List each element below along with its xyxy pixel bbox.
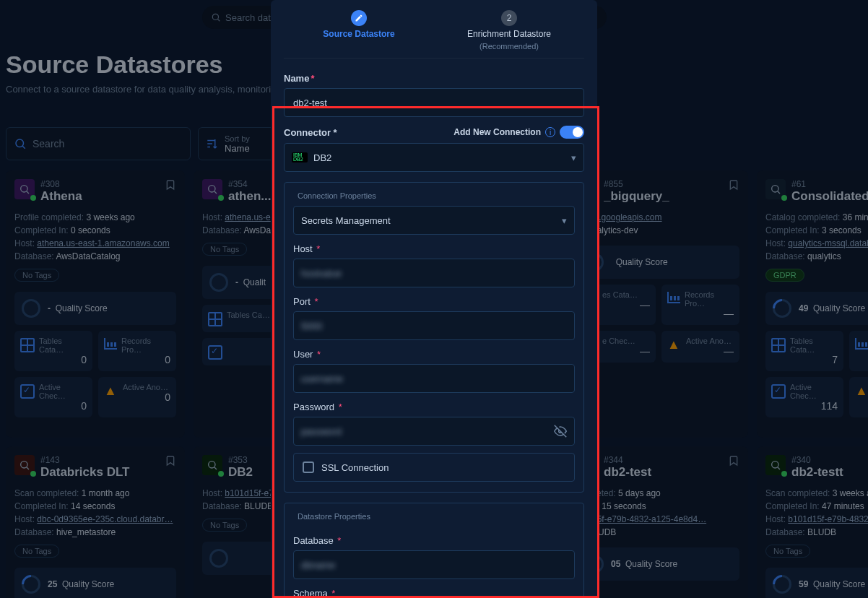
add-connection-label: Add New Connection <box>453 127 541 137</box>
pencil-icon <box>351 10 367 26</box>
connection-properties: Connection Properties Secrets Management… <box>284 182 584 493</box>
password-input[interactable]: password <box>293 417 575 446</box>
add-datastore-modal: Source Datastore 2 Enrichment Datastore … <box>271 0 597 598</box>
add-connection-toggle[interactable] <box>560 126 584 139</box>
step-enrichment-sublabel: (Recommended) <box>479 42 539 51</box>
name-label: Name* <box>284 73 584 84</box>
connection-properties-legend: Connection Properties <box>293 191 381 200</box>
connector-select[interactable]: IBM DB2 DB2 ▾ <box>284 143 584 172</box>
eye-off-icon[interactable] <box>554 425 567 438</box>
secrets-select[interactable]: Secrets Management ▾ <box>293 206 575 235</box>
name-input-field[interactable] <box>292 97 576 109</box>
step-enrichment[interactable]: 2 Enrichment Datastore (Recommended) <box>434 10 584 51</box>
datastore-properties-legend: Datastore Properties <box>293 512 375 521</box>
name-input[interactable] <box>284 88 584 117</box>
chevron-down-icon: ▾ <box>562 215 567 226</box>
database-input[interactable]: dbname <box>293 550 575 579</box>
connector-label: Connector * <box>284 127 337 138</box>
port-input[interactable]: 5000 <box>293 311 575 340</box>
port-label: Port * <box>293 296 575 307</box>
host-input[interactable]: hostvalue <box>293 259 575 287</box>
password-label: Password * <box>293 402 575 412</box>
db2-icon: IBM DB2 <box>292 152 308 162</box>
schema-label: Schema * <box>293 588 575 598</box>
modal-overlay: Source Datastore 2 Enrichment Datastore … <box>0 0 868 598</box>
datastore-properties: Datastore Properties Database * dbname S… <box>284 503 584 598</box>
step-number: 2 <box>501 10 517 26</box>
step-source[interactable]: Source Datastore <box>284 10 434 51</box>
ssl-label: SSL Connection <box>321 462 389 473</box>
database-label: Database * <box>293 535 575 546</box>
ssl-checkbox[interactable]: SSL Connection <box>293 453 575 482</box>
step-source-label: Source Datastore <box>323 29 394 39</box>
user-input[interactable]: username <box>293 364 575 393</box>
secrets-label: Secrets Management <box>301 215 391 226</box>
host-label: Host * <box>293 243 575 254</box>
checkbox-box <box>303 462 314 473</box>
step-enrichment-label: Enrichment Datastore <box>467 29 551 39</box>
info-icon[interactable]: i <box>545 127 555 137</box>
stepper: Source Datastore 2 Enrichment Datastore … <box>284 0 584 58</box>
connector-value: DB2 <box>313 152 331 163</box>
user-label: User * <box>293 349 575 360</box>
chevron-down-icon: ▾ <box>571 152 576 163</box>
